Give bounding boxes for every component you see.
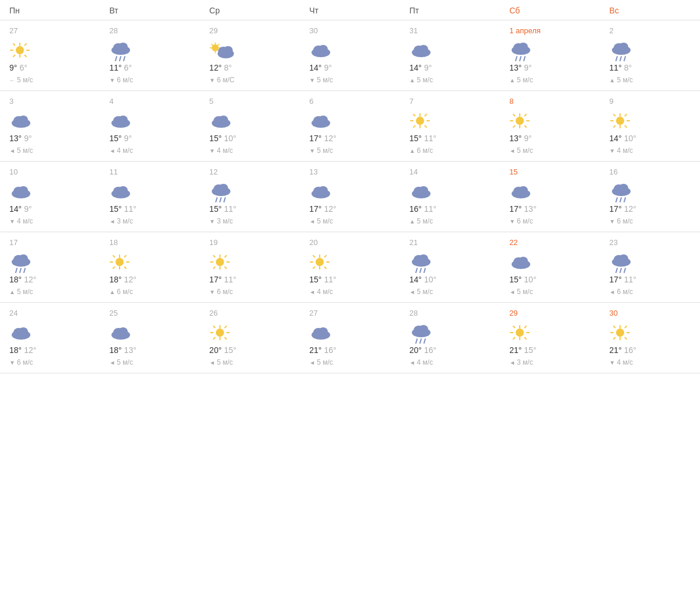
day-cell[interactable]: 30 14°9°▼5 м/с — [300, 20, 400, 90]
wind-info: ▲6 м/с — [410, 146, 491, 155]
wind-arrow: ◄ — [109, 218, 115, 225]
svg-line-43 — [624, 57, 625, 61]
weeks-container: 27 9°6°←5 м/с28 11°6°▼6 м/с29 — [0, 20, 700, 373]
day-cell[interactable]: 28 11°6°▼6 м/с — [100, 20, 200, 90]
temperature: 18°12° — [9, 345, 90, 355]
day-cell[interactable]: 26 20°15°◄5 м/с — [200, 303, 300, 373]
day-cell[interactable]: 9 14°10°▼4 м/с — [600, 91, 700, 161]
temperature: 15°10° — [509, 275, 590, 284]
temp-low: 11° — [624, 275, 636, 284]
week-row-3: 17 18°12°▲5 м/с18 18°12°▲6 м/с19 — [0, 232, 700, 303]
svg-line-72 — [525, 114, 527, 116]
svg-line-36 — [520, 57, 521, 61]
svg-line-8 — [13, 55, 15, 57]
day-cell[interactable]: 2 11°8°▲5 м/с — [600, 20, 700, 90]
day-cell[interactable]: 5 15°10°▼4 м/с — [200, 91, 300, 161]
day-number: 27 — [9, 26, 90, 35]
day-cell[interactable]: 23 17°11°◄6 м/с — [600, 232, 700, 302]
wind-speed: 6 м/с — [217, 288, 233, 296]
weather-icon-cloud — [410, 42, 430, 58]
day-cell[interactable]: 18 18°12°▲6 м/с — [100, 232, 200, 302]
wind-speed: 5 м/с — [417, 288, 433, 296]
wind-info: ◄6 м/с — [610, 288, 691, 296]
svg-line-14 — [124, 57, 125, 61]
day-cell[interactable]: 17 18°12°▲5 м/с — [0, 232, 100, 302]
weather-icon-cloud-rain — [610, 42, 631, 58]
wind-speed: 5 м/с — [317, 358, 333, 366]
day-cell[interactable]: 12 15°11°▼3 м/с — [200, 162, 300, 232]
day-cell[interactable]: 28 20°16°◄4 м/с — [400, 303, 500, 373]
weather-icon-cloud — [509, 183, 530, 200]
day-cell[interactable]: 4 15°9°◄4 м/с — [100, 91, 200, 161]
day-cell[interactable]: 30 21°16°▼4 м/с — [600, 303, 700, 373]
day-number: 8 — [509, 97, 590, 106]
svg-point-65 — [516, 117, 524, 125]
weather-icon-sun — [209, 254, 230, 270]
wind-info: ▼6 м/с — [9, 358, 90, 366]
day-cell[interactable]: 24 18°12°▼6 м/с — [0, 303, 100, 373]
temp-high: 15° — [410, 134, 422, 143]
day-cell[interactable]: 13 17°12°◄5 м/с — [300, 162, 400, 232]
temp-low: 12° — [324, 204, 336, 214]
temp-low: 13° — [524, 204, 536, 214]
temperature: 9°6° — [9, 63, 90, 72]
svg-line-80 — [625, 126, 626, 128]
day-cell[interactable]: 29 12°8°▼6 м/С — [200, 20, 300, 90]
wind-speed: 6 м/с — [617, 288, 633, 296]
svg-line-130 — [214, 256, 215, 257]
wind-arrow: ◄ — [610, 289, 615, 295]
temp-low: 10° — [224, 134, 236, 143]
day-cell[interactable]: 27 21°16°◄5 м/с — [300, 303, 400, 373]
header-cell-чт: Чт — [300, 6, 400, 15]
wind-speed: 5 м/с — [17, 288, 33, 296]
weather-icon-cloud — [109, 324, 130, 341]
svg-line-156 — [620, 268, 621, 272]
day-cell[interactable]: 10 14°9°▼4 м/с — [0, 162, 100, 232]
wind-speed: 4 м/с — [17, 217, 33, 225]
day-cell[interactable]: 8 13°9°◄5 м/с — [500, 91, 600, 161]
header-cell-сб: Сб — [500, 6, 600, 15]
wind-arrow: ◄ — [109, 359, 115, 366]
day-cell[interactable]: 11 15°11°◄3 м/с — [100, 162, 200, 232]
wind-info: ◄3 м/с — [509, 358, 590, 366]
day-cell[interactable]: 31 14°9°▲5 м/с — [400, 20, 500, 90]
day-cell[interactable]: 15 17°13°▼6 м/с — [500, 162, 600, 232]
temperature: 15°11° — [410, 134, 491, 143]
svg-line-41 — [616, 57, 617, 61]
header-cell-пн: Пн — [0, 6, 100, 15]
day-cell[interactable]: 20 15°11°◄4 м/с — [300, 232, 400, 302]
day-cell[interactable]: 22 15°10°◄5 м/с — [500, 232, 600, 302]
day-cell[interactable]: 16 17°12°▼6 м/с — [600, 162, 700, 232]
temp-high: 11° — [109, 63, 121, 72]
svg-line-198 — [625, 326, 626, 328]
day-cell[interactable]: 3 13°9°◄5 м/с — [0, 91, 100, 161]
day-cell[interactable]: 6 17°12°▼5 м/с — [300, 91, 400, 161]
wind-speed: 3 м/с — [217, 217, 233, 225]
wind-info: ◄5 м/с — [309, 358, 390, 366]
day-cell[interactable]: 25 18°13°◄5 м/с — [100, 303, 200, 373]
svg-point-55 — [318, 116, 328, 124]
day-cell[interactable]: 19 17°11°▼6 м/с — [200, 232, 300, 302]
wind-speed: 4 м/с — [617, 146, 633, 155]
temp-high: 13° — [509, 134, 522, 143]
wind-info: ◄5 м/с — [309, 217, 390, 225]
day-cell[interactable]: 29 21°15°◄3 м/с — [500, 303, 600, 373]
svg-line-73 — [513, 126, 515, 128]
wind-arrow: ▲ — [410, 77, 415, 83]
wind-speed: 4 м/с — [117, 146, 133, 155]
svg-line-171 — [225, 326, 226, 328]
header-cell-пт: Пт — [400, 6, 500, 15]
wind-speed: 5 м/с — [17, 76, 33, 84]
header-cell-вт: Вт — [100, 6, 200, 15]
day-cell[interactable]: 21 14°10°◄5 м/с — [400, 232, 500, 302]
day-cell[interactable]: 14 16°11°▲5 м/с — [400, 162, 500, 232]
temp-high: 17° — [209, 275, 222, 284]
temp-high: 15° — [109, 204, 121, 214]
day-cell[interactable]: 1 апреля 13°9°▲5 м/с — [500, 20, 600, 90]
svg-line-122 — [125, 267, 127, 269]
wind-arrow: ◄ — [509, 289, 515, 295]
day-cell[interactable]: 7 15°11°▲6 м/с — [400, 91, 500, 161]
wind-speed: 5 м/с — [517, 76, 533, 84]
day-cell[interactable]: 27 9°6°←5 м/с — [0, 20, 100, 90]
svg-point-151 — [519, 257, 528, 265]
